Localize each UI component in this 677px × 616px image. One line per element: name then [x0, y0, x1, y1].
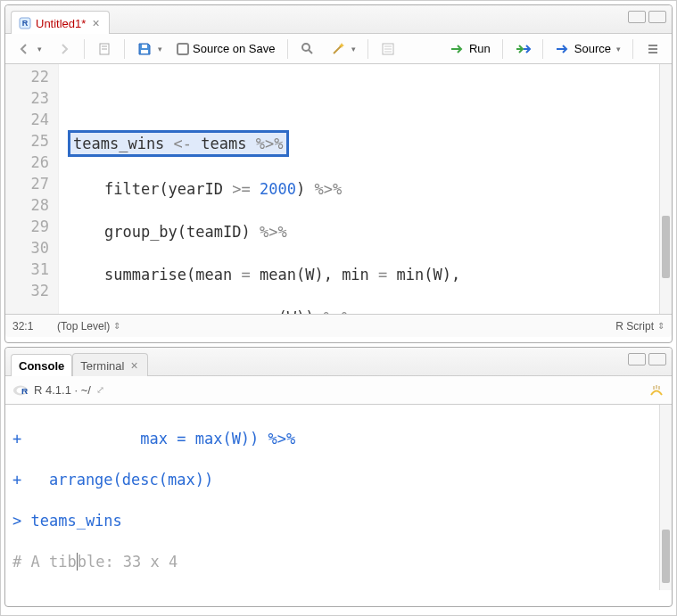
forward-button[interactable]	[51, 38, 78, 60]
editor-scrollbar[interactable]	[659, 64, 672, 314]
maximize-pane-button[interactable]	[648, 353, 666, 365]
source-tab[interactable]: R Untitled1* ×	[11, 11, 110, 34]
close-tab-icon[interactable]: ×	[128, 358, 139, 373]
console-line: > teams_wins	[12, 511, 665, 531]
svg-text:R: R	[21, 386, 28, 396]
console-tab-bar: Console Terminal×	[5, 348, 672, 376]
r-logo-icon: R	[12, 382, 29, 398]
rerun-icon	[515, 41, 531, 57]
clear-console-icon[interactable]	[648, 382, 665, 398]
chevron-down-icon: ▾	[351, 45, 356, 53]
tab-label: Untitled1*	[36, 17, 86, 30]
minimize-pane-button[interactable]	[628, 11, 646, 23]
pane-window-controls	[628, 353, 666, 365]
chevron-down-icon: ▾	[616, 45, 621, 53]
compile-report-button[interactable]	[375, 38, 401, 60]
source-arrow-icon	[555, 41, 571, 57]
updown-icon: ⇕	[113, 321, 120, 331]
code-line[interactable]: group_by(teamID) %>%	[68, 221, 672, 242]
outline-button[interactable]	[640, 38, 666, 60]
svg-line-8	[309, 50, 312, 53]
rerun-button[interactable]	[509, 38, 536, 60]
language-selector[interactable]: R Script⇕	[615, 320, 665, 333]
console-tab[interactable]: Console	[11, 354, 72, 376]
code-line[interactable]	[68, 87, 672, 109]
run-button[interactable]: Run	[444, 38, 496, 60]
console-line: + max = max(W)) %>%	[12, 429, 665, 449]
console-line: + arrange(desc(max))	[12, 470, 665, 490]
arrow-right-icon	[56, 41, 72, 57]
notebook-icon	[380, 41, 396, 57]
updown-icon: ⇕	[657, 321, 665, 331]
pane-window-controls	[628, 11, 666, 23]
code-line-highlighted[interactable]: teams_wins <- teams %>%	[68, 130, 672, 157]
checkbox-icon	[177, 43, 189, 55]
svg-rect-6	[142, 45, 147, 48]
outline-icon	[645, 41, 661, 57]
run-arrow-icon	[450, 41, 466, 57]
cursor-position: 32:1	[12, 320, 57, 333]
minimize-pane-button[interactable]	[628, 353, 646, 365]
console-toolbar: R R 4.1.1 · ~/ ⤢	[5, 376, 672, 405]
scrollbar-thumb[interactable]	[662, 216, 670, 278]
document-icon	[96, 41, 112, 57]
console-output[interactable]: + max = max(W)) %>% + arrange(desc(max))…	[5, 405, 672, 590]
console-scrollbar[interactable]	[659, 405, 672, 590]
chevron-down-icon: ▾	[37, 45, 42, 53]
back-button[interactable]: ▾	[11, 38, 47, 60]
code-content[interactable]: teams_wins <- teams %>% filter(yearID >=…	[59, 64, 672, 314]
svg-point-7	[302, 44, 310, 51]
line-number-gutter: 2223242526272829303132	[5, 64, 59, 314]
source-button[interactable]: Source▾	[549, 38, 626, 60]
code-editor[interactable]: 2223242526272829303132 teams_wins <- tea…	[5, 64, 672, 314]
code-tools-button[interactable]: ▾	[325, 38, 361, 60]
save-button[interactable]: ▾	[131, 38, 168, 60]
save-icon	[136, 41, 153, 57]
source-pane: R Untitled1* × ▾ ▾ Source on Save ▾ Run …	[4, 4, 673, 343]
arrow-left-icon	[16, 41, 32, 57]
scope-selector[interactable]: (Top Level)⇕	[57, 320, 615, 333]
maximize-pane-button[interactable]	[648, 11, 666, 23]
svg-rect-5	[141, 50, 148, 53]
show-document-button[interactable]	[91, 38, 118, 60]
scrollbar-thumb[interactable]	[662, 530, 670, 583]
find-button[interactable]	[294, 38, 321, 60]
code-line[interactable]: filter(yearID >= 2000) %>%	[68, 178, 672, 200]
terminal-tab[interactable]: Terminal×	[72, 353, 147, 376]
chevron-down-icon: ▾	[158, 45, 162, 53]
code-line[interactable]: max = max(W)) %>%	[68, 307, 672, 314]
search-icon	[300, 41, 316, 57]
close-tab-icon[interactable]: ×	[90, 16, 101, 30]
source-tab-bar: R Untitled1* ×	[5, 5, 672, 34]
console-pane: Console Terminal× R R 4.1.1 · ~/ ⤢ + max…	[4, 347, 673, 607]
r-file-icon: R	[19, 17, 31, 29]
svg-text:R: R	[22, 19, 29, 28]
wand-icon	[330, 41, 346, 57]
console-line: # A tibble: 33 x 4	[12, 552, 665, 572]
console-wd-popup-icon[interactable]: ⤢	[96, 384, 104, 396]
code-line[interactable]: summarise(mean = mean(W), min = min(W),	[68, 264, 672, 285]
source-toolbar: ▾ ▾ Source on Save ▾ Run Source▾	[5, 34, 672, 64]
source-on-save-toggle[interactable]: Source on Save	[171, 39, 281, 58]
console-wd: R 4.1.1 · ~/	[34, 383, 91, 397]
source-status-bar: 32:1 (Top Level)⇕ R Script⇕	[5, 314, 672, 337]
